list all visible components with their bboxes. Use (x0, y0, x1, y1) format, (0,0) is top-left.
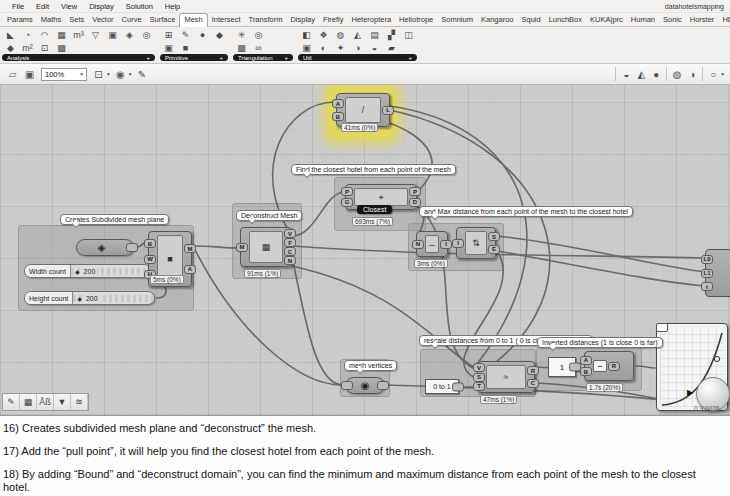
toolbar-icon[interactable]: ◎ (250, 28, 267, 41)
tab-intersect[interactable]: Intersect (208, 14, 245, 26)
toolbar-icon[interactable]: ◒ (366, 41, 383, 54)
tab-sets[interactable]: Sets (65, 14, 88, 26)
toolbar-icon[interactable]: ● (194, 28, 211, 41)
menu-item-file[interactable]: File (6, 2, 30, 11)
ribbon-group-label[interactable]: Triangulation+ (233, 54, 293, 61)
tab-firefly[interactable]: Firefly (319, 14, 347, 26)
output-port[interactable]: N (284, 256, 296, 265)
display-mode-icon[interactable]: ◍ (670, 67, 684, 81)
subtraction-component[interactable]: A B − R (584, 351, 634, 381)
tab-surface[interactable]: Surface (146, 14, 180, 26)
toolbar-icon[interactable]: ◐ (315, 41, 332, 54)
input-port[interactable]: B (580, 367, 592, 376)
group-expand-icon[interactable]: + (213, 55, 223, 61)
toolbar-icon[interactable]: ◍ (332, 28, 349, 41)
tab-horster[interactable]: Horster (686, 14, 719, 26)
tab-lunchbox[interactable]: LunchBox (545, 14, 586, 26)
toolbar-icon[interactable]: ◣ (2, 28, 19, 41)
toolbar-icon[interactable]: m² (19, 41, 36, 54)
edge-component[interactable]: L0 L1 t (705, 249, 730, 297)
toolbar-icon[interactable]: ◧ (298, 28, 315, 41)
toolbar-icon[interactable]: ✎ (177, 28, 194, 41)
tab-params[interactable]: Params (3, 14, 37, 26)
tab-somnium[interactable]: Somnium (437, 14, 477, 26)
canvas-widget-icon[interactable]: Åß (37, 394, 54, 410)
output-port[interactable]: I (440, 240, 452, 249)
output-port[interactable]: D (409, 198, 421, 207)
input-port[interactable]: P (341, 187, 353, 196)
display-mode-icon[interactable]: ○ (706, 67, 720, 81)
toolbar-icon[interactable]: ◫ (400, 28, 417, 41)
toolbar-icon[interactable]: ■ (177, 41, 194, 54)
deconstruct-mesh-component[interactable]: M ▦ V F C N (240, 227, 292, 267)
input-port[interactable]: V (473, 363, 485, 372)
output-port[interactable]: A (184, 265, 196, 274)
output-port[interactable]: P (409, 187, 421, 196)
input-port[interactable]: A (580, 356, 592, 365)
canvas-widget-icon[interactable]: ✎ (3, 394, 20, 410)
toolbar-icon[interactable]: ▽ (87, 28, 104, 41)
input-port[interactable]: B (332, 112, 344, 121)
toolbar-icon[interactable]: ◠ (36, 28, 53, 41)
tab-squid[interactable]: Squid (517, 14, 544, 26)
group-expand-icon[interactable]: + (402, 55, 412, 61)
height-count-slider[interactable]: Height count ◆200 (24, 291, 155, 305)
input-port[interactable]: B (144, 239, 156, 248)
toolbar-icon[interactable]: ▣ (104, 28, 121, 41)
menu-item-help[interactable]: Help (159, 2, 186, 11)
input-port[interactable]: L0 (701, 255, 713, 264)
display-mode-icon[interactable]: ● (649, 67, 663, 81)
toolbar-icon[interactable]: ✦ (332, 41, 349, 54)
toolbar-icon[interactable]: ⊞ (160, 28, 177, 41)
canvas-widget-icon[interactable]: ▦ (20, 394, 37, 410)
input-port[interactable]: W (144, 255, 156, 264)
output-port[interactable]: E (488, 245, 500, 254)
toolbar-icon[interactable]: ▤ (366, 28, 383, 41)
toolbar-icon[interactable]: ∞ (250, 41, 267, 54)
definition-canvas[interactable]: A B / L 41ms (0%) Find the closest hotel… (0, 85, 730, 416)
output-port[interactable]: C (527, 379, 539, 388)
toolbar-icon[interactable]: ◆ (211, 28, 228, 41)
menu-item-solution[interactable]: Solution (120, 2, 159, 11)
output-port[interactable]: V (284, 229, 296, 238)
tab-heliotrope[interactable]: Heliotrope (395, 14, 437, 26)
toolbar-icon[interactable]: ◑ (349, 41, 366, 54)
chevron-down-icon[interactable]: ▾ (721, 71, 724, 77)
output-port[interactable] (126, 243, 138, 252)
toolbar-icon[interactable]: ◭ (349, 28, 366, 41)
canvas-widget-icon[interactable]: ≋ (71, 394, 88, 410)
output-port[interactable]: L (382, 106, 394, 115)
deconstruct-domain-component[interactable]: I ⇅ S E (456, 227, 496, 259)
input-port[interactable]: t (701, 282, 713, 291)
toolbar-icon[interactable]: ◈ (121, 28, 138, 41)
ribbon-group-label[interactable]: Util+ (298, 54, 417, 61)
tab-mesh[interactable]: Mesh (179, 13, 207, 27)
toolbar-icon[interactable]: ▞ (383, 28, 400, 41)
remap-numbers-component[interactable]: V S T ≈ R C (477, 361, 535, 393)
display-mode-icon[interactable]: ◑ (685, 67, 699, 81)
menu-item-display[interactable]: Display (83, 2, 120, 11)
slider-track[interactable]: ◆200 (73, 295, 154, 302)
line-component[interactable]: A B / L (336, 93, 390, 127)
input-port[interactable] (341, 381, 353, 390)
input-port[interactable]: I (452, 239, 464, 248)
toolbar-icon[interactable]: ▩ (233, 41, 250, 54)
output-port[interactable]: C (284, 247, 296, 256)
output-port[interactable]: F (284, 238, 296, 247)
output-port[interactable]: R (527, 366, 539, 375)
sketch-icon[interactable]: ✎ (135, 67, 150, 82)
preview-icon[interactable]: ◉ (113, 67, 128, 82)
output-port[interactable] (452, 382, 464, 391)
menu-item-edit[interactable]: Edit (30, 2, 55, 11)
number-panel[interactable]: 1 (548, 357, 576, 377)
toolbar-icon[interactable]: ❖ (315, 28, 332, 41)
zoom-extents-icon[interactable]: ⊡ (91, 67, 106, 82)
width-count-slider[interactable]: Width count ◆200 (24, 264, 151, 278)
ribbon-group-label[interactable]: Primitive+ (160, 54, 228, 61)
tab-kangaroo[interactable]: Kangaroo (477, 14, 518, 26)
toolbar-icon[interactable]: ◎ (138, 28, 155, 41)
input-port[interactable]: M (236, 243, 248, 252)
toolbar-icon[interactable]: ▩ (53, 41, 70, 54)
tab-transform[interactable]: Transform (245, 14, 287, 26)
output-port[interactable] (377, 381, 389, 390)
